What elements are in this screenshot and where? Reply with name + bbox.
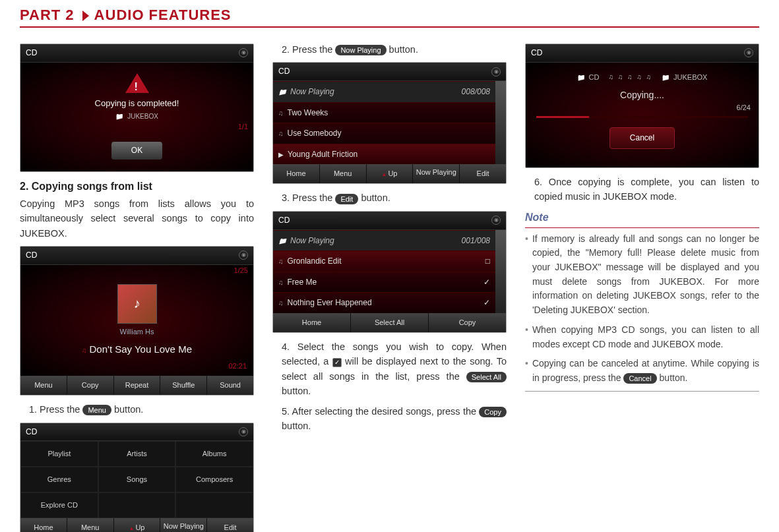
list-item[interactable]: Gronlandic Edit□	[273, 251, 495, 272]
jukebox-label: JUKEBOX	[127, 113, 158, 120]
music-note-icon: ♫	[82, 347, 87, 354]
now-playing-button[interactable]: Now Playing	[160, 518, 207, 532]
folder-icon	[577, 73, 589, 81]
note-text: button.	[660, 372, 688, 383]
repeat-button[interactable]: Repeat	[114, 376, 161, 395]
disc-icon: ◉	[239, 251, 248, 260]
list-item[interactable]: Free Me✓	[273, 272, 495, 293]
menu-button[interactable]: Menu	[20, 376, 67, 395]
scrollbar[interactable]	[495, 230, 506, 313]
composers-category[interactable]: Composers	[175, 467, 253, 492]
music-note-icon	[278, 129, 288, 138]
bottom-toolbar: Home Menu Up Now Playing Edit	[273, 164, 506, 183]
home-button[interactable]: Home	[273, 164, 320, 183]
check-icon: ✓	[483, 297, 490, 309]
up-button[interactable]: Up	[114, 518, 161, 532]
part-label: PART 2	[20, 7, 75, 24]
list-item[interactable]: Nothing Ever Happened✓	[273, 292, 495, 313]
step-5: 5. After selecting the desired songs, pr…	[272, 404, 507, 434]
check-icon: ✓	[483, 276, 490, 289]
folder-icon	[278, 87, 290, 96]
songs-category[interactable]: Songs	[98, 467, 176, 492]
albums-category[interactable]: Albums	[175, 441, 253, 467]
home-button[interactable]: Home	[273, 313, 351, 332]
list-item[interactable]: Young Adult Friction	[273, 144, 495, 165]
music-note-icon	[278, 278, 288, 287]
playlist-category[interactable]: Playlist	[20, 441, 98, 467]
home-button[interactable]: Home	[20, 518, 67, 532]
progress-bar	[536, 116, 748, 118]
note-item: Copying can be canceled at anytime. Whil…	[525, 357, 759, 385]
edit-button[interactable]: Edit	[460, 164, 506, 183]
select-all-button-inline: Select All	[466, 372, 507, 382]
genres-category[interactable]: Genres	[20, 467, 98, 492]
list-header: Now Playing	[290, 87, 334, 96]
disc-icon: ◉	[491, 216, 501, 225]
bottom-toolbar: Home Select All Copy	[273, 313, 506, 332]
up-icon	[129, 523, 136, 531]
chevron-right-icon	[82, 11, 89, 21]
warning-icon	[125, 73, 149, 93]
folder-icon	[662, 73, 673, 81]
screenshot-now-playing-list: CD◉ Now Playing008/008 Two Weeks Use Som…	[272, 62, 507, 184]
now-playing-button-inline: Now Playing	[335, 45, 386, 55]
copy-button-inline: Copy	[479, 407, 507, 417]
edit-button[interactable]: Edit	[207, 518, 253, 532]
cancel-button[interactable]: Cancel	[609, 127, 675, 149]
step-6: 6. Once copying is complete, you can lis…	[525, 175, 759, 204]
scrollbar[interactable]	[495, 81, 506, 164]
copy-button[interactable]: Copy	[429, 313, 506, 332]
list-count: 008/008	[462, 86, 490, 98]
step-text: button.	[361, 192, 390, 203]
edit-button-inline: Edit	[335, 194, 358, 204]
artists-category[interactable]: Artists	[98, 441, 176, 467]
step-text: button.	[114, 404, 143, 415]
menu-button[interactable]: Menu	[67, 518, 114, 532]
ok-button[interactable]: OK	[111, 142, 162, 160]
page-header: PART 2 AUDIO FEATURES	[20, 7, 759, 28]
bottom-toolbar: Home Menu Up Now Playing Edit	[20, 518, 253, 532]
explore-cd-category[interactable]: Explore CD	[20, 492, 98, 518]
cd-label: CD	[26, 249, 37, 262]
cd-label: CD	[278, 65, 290, 78]
step-text: button.	[389, 44, 418, 55]
copy-complete-text: Copying is completed!	[20, 97, 253, 110]
folder-icon	[278, 236, 290, 245]
now-playing-button[interactable]: Now Playing	[413, 164, 460, 183]
music-note-icon	[278, 108, 288, 117]
list-item[interactable]: Use Somebody	[273, 123, 495, 144]
copy-button[interactable]: Copy	[67, 376, 114, 395]
column-2: 2. Press the Now Playing button. CD◉ Now…	[272, 40, 507, 532]
step-1: 1. Press the Menu button.	[20, 402, 254, 417]
disc-icon: ◉	[491, 67, 501, 76]
transfer-icon: ♫ ♫ ♫ ♫ ♫	[608, 72, 652, 82]
step-text: button.	[282, 421, 311, 431]
up-button[interactable]: Up	[367, 164, 414, 183]
step-2: 2. Press the Now Playing button.	[272, 42, 507, 57]
disc-icon: ◉	[239, 48, 248, 57]
cd-label: CD	[531, 47, 542, 59]
bottom-toolbar: Menu Copy Repeat Shuffle Sound	[20, 376, 253, 395]
screenshot-edit-list: CD◉ Now Playing001/008 Gronlandic Edit□ …	[272, 211, 507, 333]
content-columns: CD◉ Copying is completed! JUKEBOX 1/1 OK…	[20, 40, 759, 532]
list-item[interactable]: Two Weeks	[273, 102, 495, 123]
step-text: 2. Press the	[282, 44, 335, 55]
cd-label: CD	[26, 47, 37, 59]
screenshot-copying-progress: CD◉ CD ♫ ♫ ♫ ♫ ♫ JUKEBOX Copying.... 6/2…	[525, 44, 759, 168]
intro-paragraph: Copying MP3 songs from lists allows you …	[20, 196, 254, 241]
shuffle-button[interactable]: Shuffle	[160, 376, 207, 395]
screenshot-category-grid: CD◉ Playlist Artists Albums Genres Songs…	[20, 423, 254, 532]
source-cd-label: CD	[589, 73, 600, 81]
note-item: If memory is already full and songs can …	[525, 232, 759, 318]
notes-block: If memory is already full and songs can …	[525, 232, 759, 386]
cd-label: CD	[278, 214, 290, 227]
step-text: button.	[282, 386, 311, 396]
note-heading: Note	[525, 210, 759, 228]
menu-button[interactable]: Menu	[320, 164, 367, 183]
sound-button[interactable]: Sound	[207, 376, 253, 395]
copy-count: 1/1	[20, 121, 253, 135]
select-all-button[interactable]: Select All	[351, 313, 429, 332]
disc-icon: ◉	[744, 48, 753, 57]
track-title: Don't Say You Love Me	[90, 343, 192, 355]
step-text: 1. Press the	[29, 404, 82, 415]
